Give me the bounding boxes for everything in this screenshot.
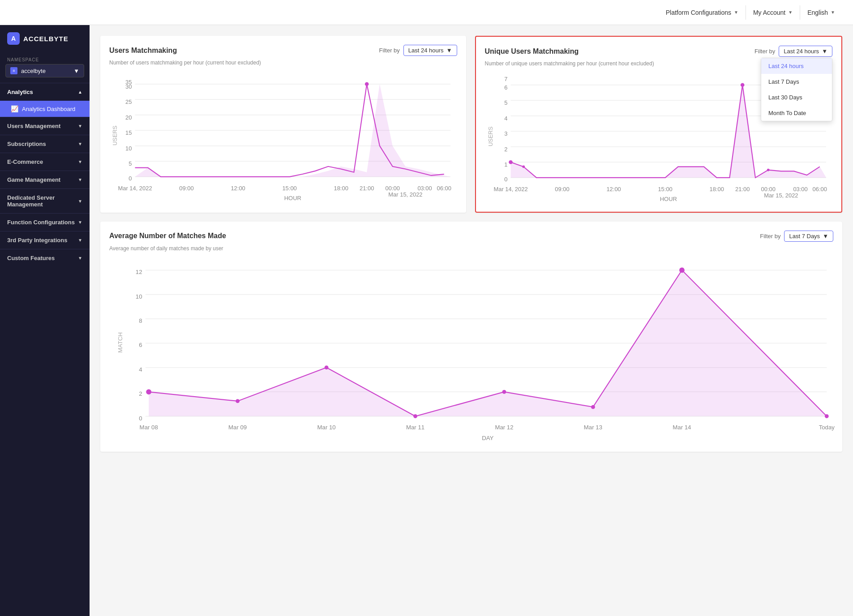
platform-config-chevron: ▼ — [734, 10, 738, 15]
svg-text:10: 10 — [136, 293, 142, 299]
top-charts-row: Users Matchmaking Filter by Last 24 hour… — [100, 36, 842, 213]
sidebar-section-label-7: 3rd Party Integrations — [7, 237, 67, 244]
svg-text:5: 5 — [504, 99, 507, 106]
dropdown-option-30d[interactable]: Last 30 Days — [761, 90, 832, 105]
my-account-chevron: ▼ — [788, 10, 793, 15]
platform-config-label: Platform Configurations — [666, 9, 731, 16]
sidebar-section-header-4[interactable]: Game Management▼ — [0, 171, 90, 188]
svg-text:Mar 10: Mar 10 — [317, 424, 336, 431]
svg-text:2: 2 — [504, 146, 507, 153]
filter-label-1: Filter by — [379, 47, 400, 54]
avg-matches-filter[interactable]: Last 7 Days ▼ — [784, 231, 833, 242]
unique-users-filter-value: Last 24 hours — [784, 48, 819, 55]
svg-text:2: 2 — [139, 390, 142, 397]
svg-text:25: 25 — [125, 98, 132, 105]
sidebar-section-4: Game Management▼ — [0, 171, 90, 188]
sidebar-section-header-2[interactable]: Subscriptions▼ — [0, 135, 90, 153]
svg-text:10: 10 — [125, 145, 132, 152]
filter-chevron-1: ▼ — [446, 47, 452, 54]
avg-matches-filter-row: Filter by Last 7 Days ▼ — [760, 231, 833, 242]
sidebar-section-header-3[interactable]: E-Commerce▼ — [0, 153, 90, 171]
my-account-label: My Account — [753, 9, 785, 16]
language-label: English — [807, 9, 828, 16]
sidebar-section-header-6[interactable]: Function Configurations▼ — [0, 214, 90, 231]
namespace-chevron: ▼ — [73, 68, 79, 74]
sidebar-section-3: E-Commerce▼ — [0, 153, 90, 171]
svg-text:03:00: 03:00 — [793, 186, 807, 192]
avg-matches-chart: 0 2 4 6 8 10 12 MATCH — [109, 257, 833, 441]
svg-point-77 — [146, 389, 151, 394]
logo-area: A ACCELBYTE — [0, 25, 90, 52]
sidebar-section-chevron-0: ▲ — [78, 90, 82, 94]
svg-point-78 — [236, 399, 240, 403]
svg-point-81 — [502, 390, 506, 394]
sidebar-section-chevron-1: ▼ — [78, 124, 82, 128]
svg-text:12:00: 12:00 — [231, 185, 245, 192]
svg-text:0: 0 — [504, 176, 507, 183]
svg-text:Mar 14, 2022: Mar 14, 2022 — [493, 186, 527, 192]
svg-text:5: 5 — [129, 160, 132, 167]
sidebar-section-header-5[interactable]: Dedicated Server Management▼ — [0, 189, 90, 213]
svg-text:0: 0 — [139, 415, 142, 421]
svg-text:Mar 14: Mar 14 — [673, 424, 691, 431]
platform-configurations-nav[interactable]: Platform Configurations ▼ — [659, 5, 746, 20]
unique-users-matchmaking-card: Unique Users Matchmaking Filter by Last … — [475, 36, 843, 213]
svg-text:HOUR: HOUR — [284, 195, 301, 201]
dropdown-option-24h[interactable]: Last 24 hours — [761, 58, 832, 74]
sidebar-section-header-8[interactable]: Custom Features▼ — [0, 249, 90, 267]
my-account-nav[interactable]: My Account ▼ — [746, 5, 800, 20]
svg-point-17 — [365, 82, 369, 86]
sidebar-section-8: Custom Features▼ — [0, 249, 90, 267]
avg-matches-card: Average Number of Matches Made Filter by… — [100, 222, 842, 452]
svg-text:15:00: 15:00 — [658, 186, 672, 192]
svg-text:Mar 13: Mar 13 — [584, 424, 602, 431]
svg-text:Mar 14, 2022: Mar 14, 2022 — [118, 185, 152, 192]
svg-point-49 — [767, 169, 769, 171]
svg-text:15: 15 — [125, 129, 132, 136]
sidebar-section-header-1[interactable]: Users Management▼ — [0, 117, 90, 135]
users-matchmaking-title: Users Matchmaking — [109, 47, 177, 55]
svg-text:12: 12 — [136, 269, 142, 275]
logo-text: ACCELBYTE — [23, 35, 69, 43]
namespace-selector[interactable]: ≡ accelbyte ▼ — [5, 64, 84, 77]
filter-label-3: Filter by — [760, 233, 780, 240]
unique-users-matchmaking-filter[interactable]: Last 24 hours ▼ — [779, 46, 832, 57]
svg-text:12:00: 12:00 — [606, 186, 621, 192]
svg-text:6: 6 — [139, 342, 142, 348]
sidebar-section-header-7[interactable]: 3rd Party Integrations▼ — [0, 231, 90, 249]
sidebar-item-0-0[interactable]: 📈Analytics Dashboard — [0, 101, 90, 117]
svg-text:Today: Today — [819, 424, 835, 431]
sidebar-section-7: 3rd Party Integrations▼ — [0, 231, 90, 249]
users-matchmaking-filter-value: Last 24 hours — [408, 47, 444, 54]
sidebar-sections: Analytics▲📈Analytics DashboardUsers Mana… — [0, 83, 90, 267]
language-chevron: ▼ — [831, 10, 835, 15]
svg-text:USERS: USERS — [487, 126, 494, 146]
sidebar-section-label-2: Subscriptions — [7, 141, 46, 147]
svg-text:Mar 12: Mar 12 — [495, 424, 513, 431]
language-nav[interactable]: English ▼ — [800, 5, 842, 20]
sidebar-section-2: Subscriptions▼ — [0, 135, 90, 153]
filter-chevron-2: ▼ — [822, 48, 827, 55]
sidebar-section-chevron-2: ▼ — [78, 141, 82, 146]
svg-text:20: 20 — [125, 114, 132, 121]
svg-point-82 — [591, 405, 595, 409]
svg-text:35: 35 — [125, 79, 132, 86]
filter-chevron-3: ▼ — [823, 233, 828, 240]
svg-text:7: 7 — [504, 76, 507, 82]
svg-text:21:00: 21:00 — [735, 186, 749, 192]
svg-text:03:00: 03:00 — [417, 185, 432, 192]
users-matchmaking-filter[interactable]: Last 24 hours ▼ — [403, 45, 457, 56]
svg-text:18:00: 18:00 — [709, 186, 724, 192]
sidebar-section-chevron-4: ▼ — [78, 177, 82, 182]
svg-text:8: 8 — [139, 317, 142, 324]
sidebar-section-header-0[interactable]: Analytics▲ — [0, 83, 90, 101]
unique-users-matchmaking-title: Unique Users Matchmaking — [485, 47, 579, 56]
avg-matches-header: Average Number of Matches Made Filter by… — [109, 231, 833, 242]
dropdown-option-mtd[interactable]: Month To Date — [761, 105, 832, 121]
main-layout: A ACCELBYTE NAMESPACE ≡ accelbyte ▼ Anal… — [0, 25, 853, 616]
sidebar-section-chevron-7: ▼ — [78, 238, 82, 243]
svg-text:Mar 11: Mar 11 — [406, 424, 424, 431]
svg-text:1: 1 — [504, 161, 507, 168]
dropdown-option-7d[interactable]: Last 7 Days — [761, 74, 832, 90]
svg-text:18:00: 18:00 — [334, 185, 348, 192]
